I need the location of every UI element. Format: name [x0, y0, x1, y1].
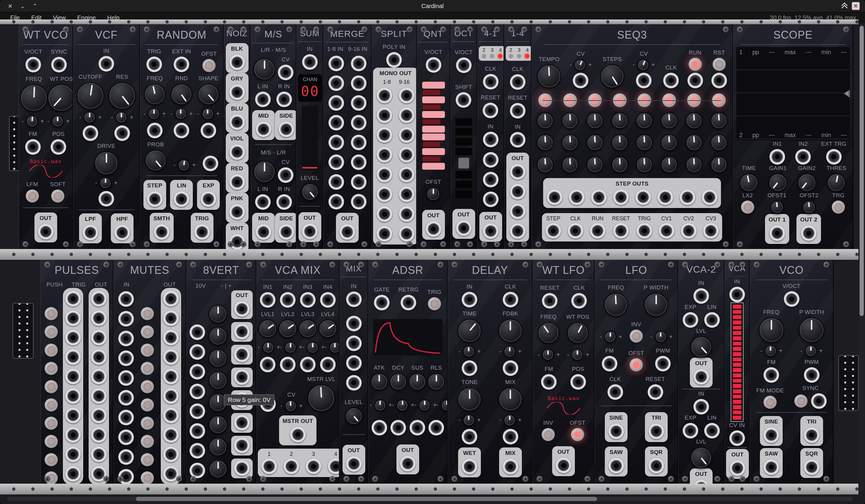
step-light[interactable]	[563, 93, 577, 107]
mono-out-port[interactable]	[377, 226, 392, 242]
in4-port[interactable]	[320, 292, 336, 308]
out-port[interactable]	[65, 408, 81, 423]
item-knob[interactable]	[587, 134, 603, 151]
red-port[interactable]	[229, 174, 245, 190]
item-knob[interactable]	[636, 156, 653, 173]
res-knob[interactable]	[108, 82, 136, 109]
trim-knob[interactable]	[504, 414, 516, 426]
out-port[interactable]	[65, 427, 81, 443]
mono-out-port[interactable]	[399, 167, 414, 182]
push-button[interactable]	[45, 307, 58, 320]
in-port[interactable]	[729, 287, 745, 302]
mono-out-port[interactable]	[399, 127, 414, 143]
wet-port[interactable]	[462, 459, 477, 474]
gain-knob[interactable]	[209, 437, 227, 456]
v-oct-port[interactable]	[456, 57, 472, 73]
mstr-lvl-knob[interactable]	[308, 384, 335, 412]
out-2-port[interactable]	[801, 225, 817, 241]
in-port[interactable]	[351, 174, 367, 190]
push-button[interactable]	[141, 398, 154, 411]
item-knob[interactable]	[661, 156, 678, 173]
pwm-port[interactable]	[804, 367, 819, 383]
mono-out-port[interactable]	[399, 206, 414, 222]
out-port[interactable]	[163, 447, 179, 462]
out-port[interactable]	[163, 408, 179, 423]
cv-port[interactable]	[462, 360, 477, 376]
item-knob[interactable]	[537, 134, 554, 151]
item-knob[interactable]	[537, 112, 554, 129]
level-knob[interactable]	[301, 183, 319, 200]
item-knob[interactable]	[611, 156, 628, 173]
freq-knob[interactable]	[144, 83, 165, 105]
push-button[interactable]	[45, 380, 58, 393]
cv-port[interactable]	[200, 123, 216, 138]
out-port[interactable]	[234, 369, 250, 385]
step-outs-port[interactable]	[680, 189, 695, 205]
in-port[interactable]	[189, 344, 205, 360]
level-knob[interactable]	[345, 407, 362, 425]
cv-port[interactable]	[428, 420, 444, 435]
step-port[interactable]	[545, 223, 561, 238]
mono-out-port[interactable]	[399, 226, 414, 242]
ofst-knob[interactable]	[426, 187, 440, 201]
thres-knob[interactable]	[827, 173, 845, 192]
trim-knob[interactable]	[571, 349, 583, 361]
in-port[interactable]	[118, 449, 134, 465]
v-oct-port[interactable]	[426, 57, 441, 73]
in-port[interactable]	[328, 135, 344, 150]
in-port[interactable]	[99, 56, 114, 71]
in3-port[interactable]	[300, 292, 315, 308]
tri-port[interactable]	[804, 427, 819, 443]
in1-port[interactable]	[260, 292, 275, 308]
cv-port[interactable]	[278, 65, 293, 80]
run-port[interactable]	[688, 73, 703, 88]
ofst1-knob[interactable]	[770, 200, 784, 214]
in-port[interactable]	[351, 115, 367, 130]
item-knob[interactable]	[562, 156, 578, 173]
out-port[interactable]	[730, 460, 745, 476]
push-button[interactable]	[45, 362, 58, 375]
in-port[interactable]	[189, 443, 205, 458]
sqr-port[interactable]	[648, 458, 664, 473]
v-oct-port[interactable]	[25, 57, 41, 72]
push-button[interactable]	[141, 362, 154, 375]
lin-port[interactable]	[704, 423, 720, 438]
trim-knob[interactable]	[52, 115, 64, 127]
sync-port[interactable]	[51, 57, 67, 72]
out-port[interactable]	[65, 330, 81, 345]
side-port[interactable]	[278, 224, 294, 240]
freq-knob[interactable]	[538, 322, 559, 343]
reset-port[interactable]	[510, 103, 526, 118]
out-port[interactable]	[234, 437, 250, 453]
white-key[interactable]	[422, 96, 445, 103]
trim-knob[interactable]	[463, 414, 475, 426]
in-port[interactable]	[189, 325, 205, 340]
window-controls[interactable]: ✕ ⌄ ⌃	[8, 3, 40, 10]
out-port[interactable]	[65, 310, 81, 326]
in-port[interactable]	[118, 311, 134, 327]
step-outs-port[interactable]	[702, 189, 717, 205]
out-port[interactable]	[91, 291, 107, 306]
blu-port[interactable]	[229, 114, 245, 130]
in-port[interactable]	[483, 191, 498, 207]
item-knob[interactable]	[537, 156, 554, 173]
inv-button[interactable]	[630, 329, 643, 343]
sync-port[interactable]	[811, 393, 827, 409]
slider-handle[interactable]	[458, 158, 469, 168]
vertical-scrollbar[interactable]	[859, 24, 864, 491]
trim-knob[interactable]	[604, 331, 616, 343]
step-light[interactable]	[687, 93, 701, 107]
lvl1-knob[interactable]	[258, 319, 277, 338]
out-port[interactable]	[65, 369, 81, 384]
reset-port[interactable]	[542, 293, 557, 308]
out-port[interactable]	[234, 324, 250, 339]
out-port[interactable]	[38, 224, 54, 239]
in-port[interactable]	[328, 115, 344, 130]
blk-port[interactable]	[229, 55, 245, 70]
cv-port[interactable]	[636, 73, 651, 88]
out-port[interactable]	[91, 310, 107, 326]
in-port[interactable]	[351, 135, 367, 150]
vertical-scrollbar-thumb[interactable]	[860, 26, 864, 316]
item-knob[interactable]	[686, 156, 702, 173]
trig-port[interactable]	[636, 223, 652, 238]
